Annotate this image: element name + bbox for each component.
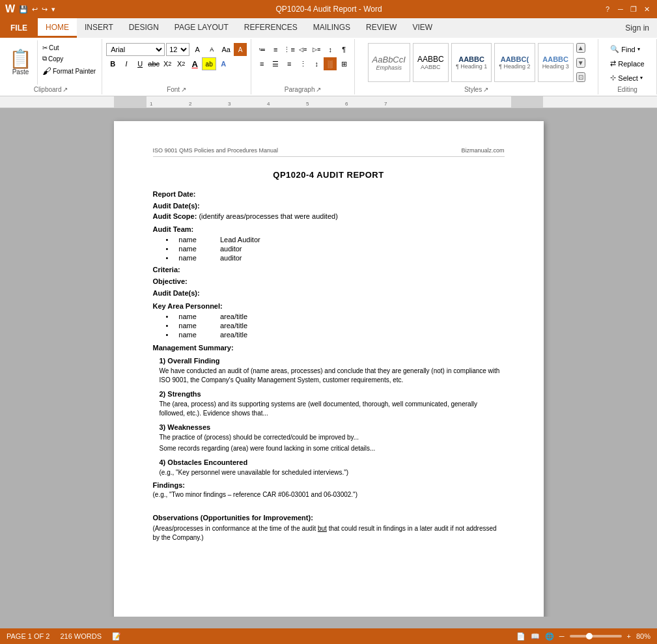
- italic-btn[interactable]: I: [120, 57, 133, 70]
- zoom-out-btn[interactable]: ─: [559, 632, 565, 640]
- svg-text:5: 5: [306, 101, 309, 107]
- undo-quick-btn[interactable]: ↩: [32, 5, 38, 14]
- kp-bullet-2: •: [166, 322, 169, 329]
- sign-in-btn[interactable]: Sign in: [617, 18, 657, 38]
- subscript-btn[interactable]: X2: [161, 57, 174, 70]
- print-layout-btn[interactable]: 📄: [516, 632, 525, 641]
- align-center-btn[interactable]: ☰: [269, 57, 282, 70]
- team-name-3: name: [178, 254, 197, 262]
- tab-file[interactable]: FILE: [0, 18, 38, 38]
- underline-btn[interactable]: U: [133, 57, 147, 70]
- weaknesses-line1: The practice of (process) should be corr…: [160, 433, 505, 442]
- select-button[interactable]: ⊹ Select ▾: [607, 72, 647, 84]
- font-color-btn[interactable]: A: [188, 57, 201, 70]
- shrink-font-btn[interactable]: A: [205, 43, 218, 56]
- tab-home[interactable]: HOME: [38, 18, 77, 38]
- tab-insert[interactable]: INSERT: [77, 18, 121, 38]
- audit-scope-line: Audit Scope: (identify areas/processes t…: [153, 212, 505, 220]
- strikethrough-btn[interactable]: abc: [147, 57, 160, 70]
- web-layout-btn[interactable]: 🌐: [545, 632, 554, 641]
- styles-expand-icon[interactable]: ↗: [483, 86, 488, 93]
- key-personnel-heading: Key Area Personnel:: [153, 302, 505, 310]
- numbering-btn[interactable]: ≡: [269, 43, 282, 56]
- text-effect-btn[interactable]: A: [217, 57, 230, 70]
- clipboard-expand-icon[interactable]: ↗: [63, 86, 68, 93]
- observations-heading: Observations (Opportunities for Improvem…: [153, 514, 505, 522]
- grow-font-btn[interactable]: A: [191, 43, 204, 56]
- tab-design[interactable]: DESIGN: [121, 18, 167, 38]
- minimize-btn[interactable]: ─: [615, 4, 626, 14]
- find-button[interactable]: 🔍 Find ▾: [607, 43, 647, 55]
- style-heading1[interactable]: AABBC ¶ Heading 1: [451, 43, 492, 82]
- tab-references[interactable]: REFERENCES: [236, 18, 305, 38]
- styles-expand[interactable]: ⊡: [576, 72, 585, 82]
- sort-btn[interactable]: ↕: [324, 43, 337, 56]
- tab-view[interactable]: VIEW: [404, 18, 440, 38]
- tab-mailings[interactable]: MAILINGS: [305, 18, 358, 38]
- document-page: ISO 9001 QMS Policies and Procedures Man…: [114, 121, 544, 617]
- criteria-label: Criteria:: [153, 266, 505, 273]
- bold-btn[interactable]: B: [106, 57, 119, 70]
- quick-access-toolbar: W 💾 ↩ ↪ ▾: [5, 3, 55, 15]
- increase-indent-btn[interactable]: ▷≡: [310, 43, 323, 56]
- redo-quick-btn[interactable]: ↪: [42, 5, 48, 14]
- show-hide-btn[interactable]: ¶: [337, 43, 350, 56]
- borders-btn[interactable]: ⊞: [337, 57, 350, 70]
- key-personnel-2: • name area/title: [166, 322, 505, 329]
- svg-text:1: 1: [150, 101, 153, 107]
- change-case-btn[interactable]: Aa: [219, 43, 232, 56]
- copy-icon: ⧉: [42, 55, 47, 63]
- clear-formatting-btn[interactable]: A: [234, 43, 247, 56]
- findings-line: Findings:: [153, 481, 505, 489]
- shading-btn[interactable]: ░: [324, 57, 337, 70]
- align-left-btn[interactable]: ≡: [255, 57, 268, 70]
- decrease-indent-btn[interactable]: ◁≡: [296, 43, 309, 56]
- save-quick-btn[interactable]: 💾: [19, 5, 28, 14]
- zoom-in-btn[interactable]: +: [627, 632, 631, 640]
- clipboard-small-buttons: ✂ Cut ⧉ Copy 🖌 Format Painter: [40, 40, 98, 85]
- close-btn[interactable]: ✕: [641, 4, 652, 14]
- help-btn[interactable]: ?: [602, 4, 613, 14]
- justify-btn[interactable]: ⋮: [296, 57, 309, 70]
- line-spacing-btn[interactable]: ↕: [310, 57, 323, 70]
- format-painter-button[interactable]: 🖌 Format Painter: [40, 64, 98, 77]
- font-size-select[interactable]: 12: [166, 43, 189, 56]
- paste-button[interactable]: 📋 Paste: [4, 40, 38, 85]
- cut-button[interactable]: ✂ Cut: [40, 43, 98, 53]
- find-dropdown-icon[interactable]: ▾: [637, 46, 640, 52]
- restore-btn[interactable]: ❐: [628, 4, 639, 14]
- tab-page-layout[interactable]: PAGE LAYOUT: [167, 18, 236, 38]
- select-dropdown-icon[interactable]: ▾: [640, 75, 643, 81]
- style-normal[interactable]: AABBC AABBC: [413, 43, 449, 82]
- findings-text: (e.g., "Two minor findings – reference C…: [153, 491, 505, 498]
- paragraph-expand-icon[interactable]: ↗: [316, 86, 321, 93]
- audit-scope-value: (identify areas/processes that were audi…: [199, 212, 337, 220]
- proofing-icon[interactable]: 📝: [112, 632, 121, 641]
- kp-role-3: area/title: [220, 331, 247, 339]
- replace-button[interactable]: ⇄ Replace: [607, 57, 647, 70]
- multilevel-btn[interactable]: ⋮≡: [283, 43, 296, 56]
- styles-scroll-up[interactable]: ▲: [576, 43, 585, 53]
- style-heading2[interactable]: AABBC( ¶ Heading 2: [494, 43, 535, 82]
- full-reading-btn[interactable]: 📖: [531, 632, 540, 641]
- styles-scroll-down[interactable]: ▼: [576, 58, 585, 68]
- style-emphasis[interactable]: AaBbCcI Emphasis: [368, 43, 410, 82]
- zoom-slider[interactable]: [570, 635, 622, 637]
- align-right-btn[interactable]: ≡: [283, 57, 296, 70]
- style-heading3[interactable]: AABBC Heading 3: [538, 43, 574, 82]
- font-family-select[interactable]: Arial: [106, 43, 165, 56]
- bullets-btn[interactable]: ≔: [255, 43, 268, 56]
- window-controls: ? ─ ❐ ✕: [602, 4, 652, 14]
- kp-name-2: name: [178, 322, 197, 329]
- audit-team-member-1: • name Lead Auditor: [166, 236, 505, 244]
- copy-button[interactable]: ⧉ Copy: [40, 53, 98, 64]
- font-group: Arial 12 A A Aa A B I U abc X2 X2 A ab A: [102, 39, 251, 94]
- page-header: ISO 9001 QMS Policies and Procedures Man…: [153, 147, 505, 157]
- highlight-color-btn[interactable]: ab: [202, 57, 216, 70]
- superscript-btn[interactable]: X2: [175, 57, 188, 70]
- editing-label: Editing: [602, 85, 652, 93]
- svg-text:2: 2: [189, 101, 192, 107]
- font-expand-icon[interactable]: ↗: [181, 86, 186, 93]
- tab-review[interactable]: REVIEW: [358, 18, 404, 38]
- style-normal-sample: AABBC: [417, 55, 444, 64]
